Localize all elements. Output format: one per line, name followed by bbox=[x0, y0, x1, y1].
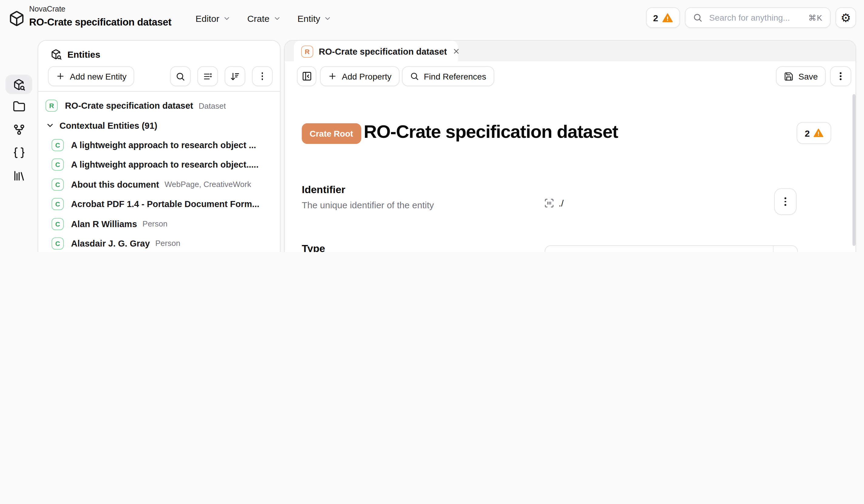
entity-warnings-button[interactable]: 2 bbox=[796, 122, 831, 144]
editor-more-button[interactable] bbox=[830, 66, 851, 86]
library-icon bbox=[12, 169, 25, 182]
crate-title: RO-Crate specification dataset bbox=[29, 17, 171, 27]
menu-bar: Editor Crate Entity bbox=[195, 0, 332, 37]
entity-row[interactable]: C Acrobat PDF 1.4 - Portable Document Fo… bbox=[38, 194, 280, 214]
entity-row[interactable]: C A lightweight approach to research obj… bbox=[38, 135, 280, 155]
entity-name: About this document bbox=[71, 180, 159, 190]
scan-id-icon bbox=[544, 198, 554, 208]
warning-icon bbox=[813, 128, 823, 138]
list-filter-icon bbox=[203, 71, 213, 81]
entity-type-badge: C bbox=[52, 237, 64, 250]
entity-types: WebPage, CreativeWork bbox=[165, 180, 251, 189]
folder-icon bbox=[12, 100, 25, 113]
save-button[interactable]: Save bbox=[776, 66, 826, 86]
rail-item-json-editor[interactable] bbox=[5, 143, 32, 162]
settings-button[interactable]: ⚙ bbox=[836, 7, 856, 28]
rail-item-entity-explorer[interactable] bbox=[5, 75, 32, 94]
entity-row[interactable]: C Alan R Williams Person bbox=[38, 214, 280, 234]
entities-filter-button[interactable] bbox=[197, 66, 218, 86]
entities-search-button[interactable] bbox=[170, 66, 191, 86]
identifier-description: The unique identifier of the entity bbox=[302, 199, 535, 211]
entity-type-badge: C bbox=[52, 218, 64, 230]
entity-type-badge: C bbox=[52, 179, 64, 191]
close-icon[interactable] bbox=[452, 47, 460, 55]
search-input[interactable] bbox=[708, 12, 803, 23]
editor-panel: R RO-Crate specification dataset Add Pro… bbox=[284, 40, 856, 252]
entity-name: Contextual Entities (91) bbox=[60, 121, 157, 130]
editor-toolbar: Add Property Find References Save bbox=[285, 61, 855, 92]
menu-crate[interactable]: Crate bbox=[247, 13, 281, 24]
folder-open-icon bbox=[553, 251, 563, 252]
entities-panel-header: Entities Add new Entity bbox=[38, 41, 280, 92]
find-references-button[interactable]: Find References bbox=[402, 66, 494, 86]
type-more-button[interactable] bbox=[773, 246, 797, 252]
kebab-icon bbox=[784, 197, 786, 206]
panel-left-close-icon bbox=[301, 71, 312, 81]
crate-root-badge: Crate Root bbox=[302, 123, 361, 144]
save-icon bbox=[784, 71, 794, 81]
search-icon bbox=[176, 71, 185, 81]
type-value: Dataset bbox=[571, 251, 773, 252]
kebab-icon bbox=[261, 72, 263, 80]
menu-editor[interactable]: Editor bbox=[195, 13, 231, 24]
entity-name: A lightweight approach to research objec… bbox=[71, 160, 259, 170]
entity-list: R RO-Crate specification dataset Dataset… bbox=[38, 91, 280, 252]
app-logo-icon bbox=[9, 10, 25, 27]
entity-type-badge: R bbox=[301, 45, 313, 57]
entity-types: Person bbox=[155, 239, 180, 248]
entity-type-badge: R bbox=[46, 99, 58, 112]
package-search-icon bbox=[50, 49, 62, 60]
warning-icon bbox=[662, 12, 673, 23]
header-warnings-button[interactable]: 2 bbox=[646, 7, 680, 28]
rail-item-graph[interactable] bbox=[5, 120, 32, 139]
add-property-button[interactable]: Add Property bbox=[320, 66, 399, 86]
entity-types: Dataset bbox=[199, 101, 226, 110]
kebab-icon bbox=[840, 72, 841, 80]
identifier-more-button[interactable] bbox=[774, 188, 796, 215]
sort-descending-icon bbox=[230, 71, 240, 81]
entity-title: RO-Crate specification dataset bbox=[364, 121, 618, 142]
type-label: Type bbox=[302, 243, 325, 252]
global-search[interactable]: ⌘K bbox=[685, 7, 831, 28]
add-new-entity-button[interactable]: Add new Entity bbox=[48, 66, 134, 86]
chevron-down-icon bbox=[273, 15, 281, 23]
entity-row[interactable]: C A lightweight approach to research obj… bbox=[38, 155, 280, 175]
type-value-box[interactable]: Dataset bbox=[545, 245, 798, 252]
chevron-down-icon bbox=[324, 15, 332, 23]
editor-scrollbar[interactable] bbox=[852, 94, 855, 246]
app-name: NovaCrate bbox=[29, 5, 171, 13]
rail-item-library[interactable] bbox=[5, 166, 32, 185]
entity-row[interactable]: Contextual Entities (91) bbox=[38, 116, 280, 135]
menu-entity[interactable]: Entity bbox=[298, 13, 332, 24]
entity-row[interactable]: C About this document WebPage, CreativeW… bbox=[38, 175, 280, 194]
rail-item-files[interactable] bbox=[5, 97, 32, 116]
search-icon bbox=[693, 13, 703, 23]
braces-icon bbox=[12, 146, 25, 159]
chevron-down-icon bbox=[223, 15, 231, 23]
gear-icon: ⚙ bbox=[841, 12, 851, 23]
entities-panel: Entities Add new Entity bbox=[38, 40, 280, 252]
brand-block: NovaCrate RO-Crate specification dataset bbox=[29, 5, 171, 27]
git-fork-icon bbox=[12, 123, 25, 136]
entity-name: Alan R Williams bbox=[71, 219, 137, 229]
plus-icon bbox=[56, 72, 65, 81]
entity-types: Person bbox=[142, 219, 167, 228]
search-shortcut: ⌘K bbox=[808, 13, 823, 22]
entity-type-badge: C bbox=[52, 159, 64, 171]
search-icon bbox=[410, 72, 419, 81]
entity-type-badge: C bbox=[52, 139, 64, 151]
tab-title: RO-Crate specification dataset bbox=[319, 46, 447, 56]
entity-detail: Crate Root RO-Crate specification datase… bbox=[285, 91, 855, 252]
tab-ro-crate-dataset[interactable]: R RO-Crate specification dataset bbox=[294, 41, 458, 62]
entities-sort-button[interactable] bbox=[225, 66, 245, 86]
left-icon-rail bbox=[0, 37, 38, 252]
app-window: NovaCrate RO-Crate specification dataset… bbox=[0, 0, 864, 252]
entity-row[interactable]: R RO-Crate specification dataset Dataset bbox=[38, 96, 280, 116]
collapse-sidebar-button[interactable] bbox=[297, 66, 316, 86]
header-controls: 2 ⌘K ⚙ bbox=[646, 7, 856, 28]
entity-row[interactable]: C Alasdair J. G. Gray Person bbox=[38, 233, 280, 252]
entity-name: RO-Crate specification dataset bbox=[65, 101, 193, 110]
entities-more-button[interactable] bbox=[252, 66, 273, 86]
identifier-value: ./ bbox=[544, 198, 564, 208]
entities-panel-title: Entities bbox=[68, 49, 100, 60]
